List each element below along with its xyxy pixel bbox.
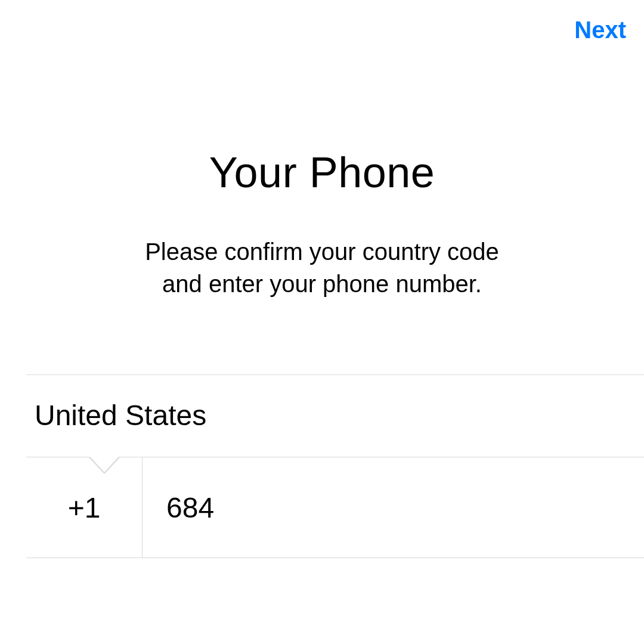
phone-row: +1 bbox=[26, 457, 644, 558]
subtitle-line-1: Please confirm your country code bbox=[145, 239, 499, 265]
divider-top bbox=[26, 374, 644, 375]
dial-code[interactable]: +1 bbox=[26, 457, 143, 558]
phone-entry-screen: Next Your Phone Please confirm your coun… bbox=[0, 0, 644, 644]
page-subtitle: Please confirm your country code and ent… bbox=[0, 236, 644, 300]
phone-form: United States +1 bbox=[26, 374, 644, 558]
country-selector[interactable]: United States bbox=[26, 399, 644, 457]
page-title: Your Phone bbox=[0, 148, 644, 197]
phone-number-input[interactable] bbox=[143, 457, 644, 558]
next-button[interactable]: Next bbox=[574, 17, 626, 44]
subtitle-line-2: and enter your phone number. bbox=[162, 271, 482, 297]
caret-down-icon bbox=[88, 457, 121, 475]
